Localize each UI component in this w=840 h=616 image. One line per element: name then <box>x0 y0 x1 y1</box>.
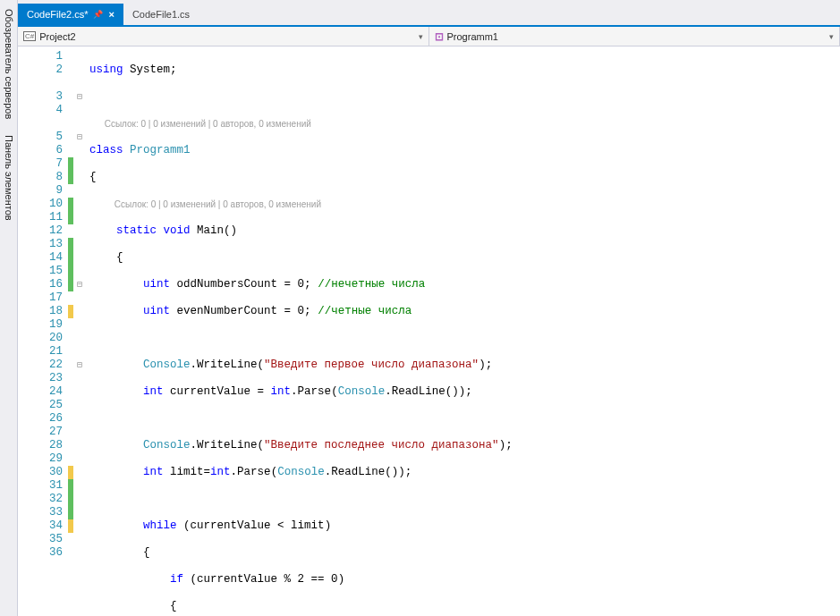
nav-project-label: Project2 <box>39 31 75 42</box>
line-number-gutter: 1234567891011121314151617181920212223242… <box>18 46 68 616</box>
main-area: CodeFile2.cs* 📌 × CodeFile1.cs C# Projec… <box>18 0 840 616</box>
nav-member-label: Programm1 <box>447 31 498 42</box>
fold-column: ⊟⊟⊟⊟ <box>73 46 86 616</box>
nav-project-dropdown[interactable]: C# Project2 ▾ <box>18 27 429 46</box>
document-tabstrip: CodeFile2.cs* 📌 × CodeFile1.cs <box>18 4 840 25</box>
toolbox-tab[interactable]: Панель элементов <box>2 131 16 224</box>
close-icon[interactable]: × <box>108 9 114 20</box>
code-content[interactable]: using System; Ссылок: 0 | 0 изменений | … <box>86 46 840 616</box>
chevron-down-icon: ▾ <box>419 32 423 41</box>
file-tab-label: CodeFile2.cs* <box>27 9 88 20</box>
pin-icon[interactable]: 📌 <box>93 10 103 19</box>
navigation-bar: C# Project2 ▾ ⊡ Programm1 ▾ <box>18 27 840 46</box>
method-icon: ⊡ <box>435 30 444 43</box>
fold-toggle[interactable]: ⊟ <box>73 359 86 372</box>
side-tool-strip: Обозреватель серверов Панель элементов <box>0 0 18 616</box>
code-editor[interactable]: 1234567891011121314151617181920212223242… <box>18 46 840 616</box>
file-tab-inactive[interactable]: CodeFile1.cs <box>123 4 199 25</box>
fold-toggle[interactable]: ⊟ <box>73 131 86 144</box>
fold-toggle[interactable]: ⊟ <box>73 278 86 291</box>
fold-toggle[interactable]: ⊟ <box>73 90 86 104</box>
chevron-down-icon: ▾ <box>829 32 834 41</box>
server-explorer-tab[interactable]: Обозреватель серверов <box>2 5 16 122</box>
file-tab-label: CodeFile1.cs <box>132 9 190 20</box>
nav-member-dropdown[interactable]: ⊡ Programm1 ▾ <box>429 27 841 46</box>
file-tab-active[interactable]: CodeFile2.cs* 📌 × <box>18 4 123 25</box>
csharp-icon: C# <box>23 31 36 41</box>
